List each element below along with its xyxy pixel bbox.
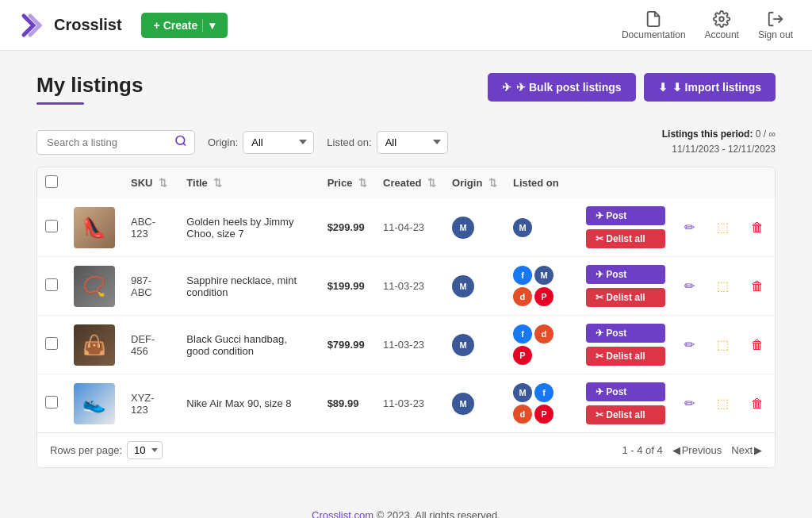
- header-nav: Documentation Account Sign out: [622, 10, 793, 40]
- col-price: Price ⇅: [320, 167, 375, 198]
- next-arrow-icon: ▶: [754, 444, 762, 456]
- listed-on-cell-1: fMdP: [505, 257, 578, 316]
- platform-badge-m: M: [513, 383, 532, 402]
- product-image-2: 👜: [74, 324, 115, 366]
- copy-button-2[interactable]: ⬚: [714, 334, 732, 355]
- delist-button-3[interactable]: ✂ Delist all: [586, 405, 665, 424]
- delist-button-2[interactable]: ✂ Delist all: [586, 347, 665, 366]
- origin-badge-3: M: [452, 393, 474, 415]
- filters-row: Origin: All Listed on: All Listings this…: [36, 127, 776, 157]
- created-sort-icon[interactable]: ⇅: [427, 177, 436, 189]
- delete-cell-2: 🗑: [740, 316, 775, 374]
- gear-icon: [713, 10, 730, 28]
- listings-period: Listings this period: 0 / ∞ 11/11/2023 -…: [662, 127, 776, 157]
- previous-page-button[interactable]: ◀ Previous: [672, 444, 722, 456]
- delete-button-1[interactable]: 🗑: [748, 276, 767, 297]
- account-nav-item[interactable]: Account: [705, 10, 739, 40]
- page-title-underline: [36, 102, 84, 105]
- col-actions: [578, 167, 673, 198]
- col-image: [66, 167, 123, 198]
- action-col-3: ✈ Post ✂ Delist all: [586, 382, 665, 424]
- delete-button-0[interactable]: 🗑: [748, 217, 767, 238]
- product-image-3: 👟: [74, 383, 115, 424]
- post-button-1[interactable]: ✈ Post: [586, 265, 665, 284]
- listed-on-select[interactable]: All: [377, 131, 448, 154]
- edit-button-2[interactable]: ✏: [681, 334, 698, 355]
- filters-left: Origin: All Listed on: All: [36, 130, 448, 155]
- col-title: Title ⇅: [178, 167, 319, 198]
- sku-cell-2: DEF-456: [123, 316, 178, 374]
- platform-badges-1: fMdP: [513, 266, 570, 306]
- platform-badge-f: f: [513, 324, 532, 343]
- title-cell-3: Nike Air Max 90, size 8: [178, 374, 319, 433]
- import-listings-button[interactable]: ⬇ ⬇ Import listings: [644, 73, 776, 102]
- edit-button-3[interactable]: ✏: [681, 393, 698, 414]
- copy-cell-2: ⬚: [706, 316, 740, 374]
- row-checkbox-3[interactable]: [45, 396, 58, 409]
- table-row: 👜 DEF-456 Black Gucci handbag, good cond…: [37, 316, 775, 374]
- copy-button-3[interactable]: ⬚: [714, 393, 732, 414]
- row-checkbox-2[interactable]: [45, 337, 58, 350]
- price-cell-1: $199.99: [320, 257, 375, 316]
- period-count: 0 / ∞: [756, 129, 776, 140]
- signout-nav-item[interactable]: Sign out: [758, 10, 793, 40]
- logo[interactable]: Crosslist: [19, 11, 122, 40]
- copyright-text: © 2023. All rights reserved.: [377, 509, 500, 518]
- svg-point-2: [176, 136, 185, 145]
- origin-filter-group: Origin: All: [208, 131, 314, 154]
- platform-badge-d: d: [534, 324, 553, 343]
- select-all-checkbox[interactable]: [45, 175, 58, 188]
- listed-on-cell-2: fdP: [505, 316, 578, 374]
- crosslist-link[interactable]: Crosslist.com: [312, 509, 373, 518]
- origin-sort-icon[interactable]: ⇅: [488, 177, 497, 189]
- post-button-0[interactable]: ✈ Post: [586, 206, 665, 225]
- rows-per-page-label: Rows per page:: [50, 444, 122, 456]
- col-delete: [740, 167, 775, 198]
- platform-badge-m: M: [513, 218, 532, 237]
- action-buttons-cell-0: ✈ Post ✂ Delist all: [578, 198, 673, 257]
- edit-button-1[interactable]: ✏: [681, 275, 698, 297]
- origin-label: Origin:: [208, 136, 238, 148]
- col-sku: SKU ⇅: [123, 167, 178, 198]
- delist-button-0[interactable]: ✂ Delist all: [586, 229, 665, 248]
- action-col-0: ✈ Post ✂ Delist all: [586, 206, 665, 248]
- title-cell-1: Sapphire necklace, mint condition: [178, 257, 319, 316]
- platform-badges-3: MfdP: [513, 383, 570, 424]
- post-button-3[interactable]: ✈ Post: [586, 382, 665, 401]
- price-cell-0: $299.99: [320, 198, 375, 257]
- copy-cell-0: ⬚: [706, 198, 740, 257]
- page-title-row: My listings ✈ ✈ Bulk post listings ⬇ ⬇ I…: [36, 73, 776, 105]
- edit-button-0[interactable]: ✏: [681, 217, 698, 238]
- row-checkbox-1[interactable]: [45, 278, 58, 291]
- origin-cell-1: M: [444, 257, 505, 316]
- bulk-post-button[interactable]: ✈ ✈ Bulk post listings: [488, 73, 636, 102]
- row-checkbox-0[interactable]: [45, 220, 58, 232]
- table-row: 👠 ABC-123 Golden heels by Jimmy Choo, si…: [37, 198, 775, 257]
- svg-line-3: [183, 144, 186, 146]
- documentation-nav-item[interactable]: Documentation: [622, 10, 686, 40]
- table-row: 👟 XYZ-123 Nike Air Max 90, size 8 $89.99…: [37, 374, 775, 433]
- origin-badge-0: M: [452, 217, 474, 239]
- price-sort-icon[interactable]: ⇅: [358, 177, 367, 189]
- copy-button-0[interactable]: ⬚: [714, 217, 732, 238]
- delete-button-2[interactable]: 🗑: [748, 335, 767, 355]
- title-cell-0: Golden heels by Jimmy Choo, size 7: [178, 198, 319, 257]
- title-sort-icon[interactable]: ⇅: [213, 177, 222, 189]
- search-input[interactable]: [36, 130, 195, 155]
- next-page-button[interactable]: Next ▶: [731, 444, 762, 456]
- rows-per-page-select[interactable]: 10 25 50: [127, 441, 163, 459]
- create-button[interactable]: + Create ▾: [141, 13, 228, 38]
- delist-button-1[interactable]: ✂ Delist all: [586, 288, 665, 307]
- delete-button-3[interactable]: 🗑: [748, 393, 767, 414]
- documentation-label: Documentation: [622, 29, 686, 40]
- sku-cell-3: XYZ-123: [123, 374, 178, 433]
- post-button-2[interactable]: ✈ Post: [586, 324, 665, 343]
- platform-badge-f: f: [513, 266, 532, 285]
- created-cell-2: 11-03-23: [375, 316, 444, 374]
- origin-select[interactable]: All: [243, 131, 314, 154]
- action-col-2: ✈ Post ✂ Delist all: [586, 324, 665, 366]
- sku-sort-icon[interactable]: ⇅: [159, 177, 167, 189]
- copy-button-1[interactable]: ⬚: [714, 275, 732, 297]
- prev-arrow-icon: ◀: [672, 444, 680, 456]
- table-body: 👠 ABC-123 Golden heels by Jimmy Choo, si…: [37, 198, 775, 432]
